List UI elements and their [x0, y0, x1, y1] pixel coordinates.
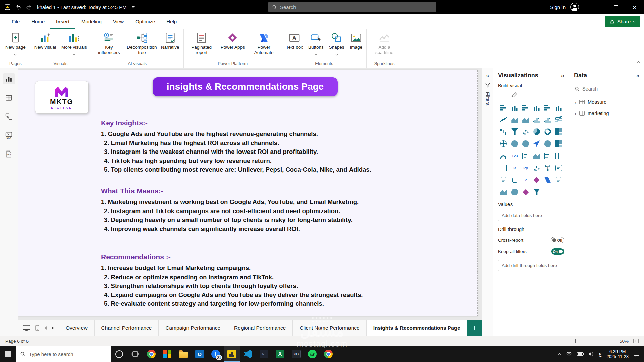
- report-view-button[interactable]: [3, 73, 15, 84]
- maximize-button[interactable]: [606, 0, 625, 14]
- new-page-tab-button[interactable]: +: [467, 320, 482, 336]
- menu-item-view[interactable]: View: [107, 14, 129, 29]
- treemap-icon[interactable]: [554, 128, 563, 136]
- terminal-button[interactable]: >_: [256, 346, 272, 362]
- fit-to-page-icon[interactable]: [633, 339, 639, 343]
- tray-expand-chevron-icon[interactable]: [559, 353, 561, 356]
- more-options-icon[interactable]: ...: [543, 188, 552, 196]
- collapse-visualizations-icon[interactable]: »: [561, 73, 564, 78]
- clock[interactable]: 6:29 PM 2025-11-28: [606, 349, 629, 359]
- vscode-button[interactable]: [240, 346, 256, 362]
- data-search[interactable]: [574, 84, 639, 94]
- clustered-column-chart-icon[interactable]: [532, 104, 541, 112]
- microsoft-app-button[interactable]: [159, 346, 175, 362]
- filters-pane-label[interactable]: Filters: [485, 92, 491, 106]
- image-button[interactable]: Image: [347, 31, 365, 51]
- page-tab-campaign-performance[interactable]: Campaign Performance: [159, 320, 227, 336]
- area-chart-icon[interactable]: [510, 116, 519, 124]
- cortana-button[interactable]: [111, 346, 127, 362]
- scatter-chart-icon[interactable]: [521, 128, 530, 136]
- expand-filters-icon[interactable]: «: [486, 73, 489, 78]
- page-tab-client-name-performance[interactable]: Client Name Performance: [293, 320, 366, 336]
- text-box-button[interactable]: AText box: [284, 31, 305, 51]
- volume-icon[interactable]: [588, 352, 594, 356]
- esri-visual-icon[interactable]: [510, 188, 519, 196]
- ribbon-chart-icon[interactable]: [554, 116, 563, 124]
- sign-in-link[interactable]: Sign in: [550, 4, 566, 10]
- zoom-out-icon[interactable]: [559, 341, 563, 341]
- zoom-in-icon[interactable]: [611, 339, 615, 343]
- table-view-button[interactable]: [3, 92, 15, 103]
- previous-page-icon[interactable]: [44, 326, 47, 330]
- new-visual-button[interactable]: New visual: [32, 31, 58, 51]
- python-visual-icon[interactable]: Py: [521, 164, 530, 172]
- page-title-banner[interactable]: insights & Recommendations Page: [153, 77, 338, 96]
- paginated-report-icon[interactable]: [499, 176, 508, 184]
- 100-stacked-column-chart-icon[interactable]: [554, 104, 563, 112]
- azure-map-icon[interactable]: [532, 140, 541, 148]
- key-influencers-button[interactable]: Key influencers: [93, 31, 125, 56]
- action-center-icon[interactable]: [634, 352, 639, 357]
- menu-item-optimize[interactable]: Optimize: [129, 14, 161, 29]
- filled-map-icon[interactable]: [510, 140, 519, 148]
- donut-chart-icon[interactable]: [543, 128, 552, 136]
- shape-map-icon[interactable]: [521, 140, 530, 148]
- page-tab-channel-performance[interactable]: Channel Performance: [95, 320, 159, 336]
- file-explorer-button[interactable]: [175, 346, 192, 362]
- mobile-view-icon[interactable]: [35, 325, 39, 331]
- power-apps-button[interactable]: Power Apps: [218, 31, 247, 51]
- pc-app-button[interactable]: PC: [288, 346, 304, 362]
- spotify-button[interactable]: [304, 346, 320, 362]
- page-tab-overview[interactable]: Overview: [59, 320, 95, 336]
- stacked-bar-chart-icon[interactable]: [499, 104, 508, 112]
- menu-item-home[interactable]: Home: [25, 14, 50, 29]
- metrics-icon[interactable]: [510, 176, 519, 184]
- drill-through-field-well[interactable]: Add drill-through fields here: [498, 260, 564, 271]
- battery-icon[interactable]: [577, 352, 583, 356]
- network-icon[interactable]: [566, 352, 572, 356]
- taskbar-search-input[interactable]: [29, 351, 107, 357]
- facebook-button[interactable]: f21: [208, 346, 224, 362]
- start-button[interactable]: [0, 346, 16, 362]
- page-tab-insights-recommendations-page[interactable]: Insights & Recommendations Page: [367, 320, 467, 336]
- smart-narrative-icon[interactable]: [554, 164, 563, 172]
- heatmap-icon[interactable]: [554, 140, 563, 148]
- waterfall-chart-icon[interactable]: [499, 128, 508, 136]
- multi-row-card-icon[interactable]: [521, 152, 530, 160]
- global-search-input[interactable]: [280, 4, 432, 10]
- share-button[interactable]: Share: [605, 16, 640, 27]
- more-visuals-button[interactable]: More visuals: [59, 31, 89, 54]
- undo-icon[interactable]: [15, 4, 21, 10]
- collapse-ribbon-icon[interactable]: [637, 59, 639, 65]
- desktop-view-icon[interactable]: [23, 325, 30, 331]
- redo-icon[interactable]: [26, 4, 32, 10]
- global-search[interactable]: [268, 2, 436, 12]
- page-tab-regional-performance[interactable]: Regional Performance: [227, 320, 293, 336]
- power-automate-visual-icon[interactable]: [543, 176, 552, 184]
- image-visual-icon[interactable]: [499, 188, 508, 196]
- scorecard-icon[interactable]: [554, 176, 563, 184]
- next-page-icon[interactable]: [52, 326, 54, 330]
- outlook-button[interactable]: O: [192, 346, 208, 362]
- kpi-diamond-icon[interactable]: [521, 188, 530, 196]
- chrome-button[interactable]: [143, 346, 159, 362]
- collapse-data-icon[interactable]: »: [636, 73, 639, 78]
- report-canvas[interactable]: MKTG DIGITAL insights & Recommendations …: [18, 68, 482, 320]
- chrome-secondary-button[interactable]: [320, 346, 336, 362]
- keep-all-filters-toggle[interactable]: On: [551, 248, 564, 255]
- menu-item-insert[interactable]: Insert: [50, 14, 75, 29]
- paginated-report-button[interactable]: Paginated report: [185, 31, 218, 56]
- values-field-well[interactable]: Add data fields here: [498, 210, 564, 221]
- power-bi-button[interactable]: [224, 346, 240, 362]
- tmdl-view-button[interactable]: TMDL: [3, 148, 15, 159]
- data-field-measure[interactable]: ›Measure: [574, 96, 639, 108]
- pie-chart-icon[interactable]: [532, 128, 541, 136]
- 100-stacked-bar-chart-icon[interactable]: [543, 104, 552, 112]
- stacked-area-chart-icon[interactable]: [521, 116, 530, 124]
- power-apps-visual-icon[interactable]: [532, 176, 541, 184]
- taskbar-search[interactable]: [16, 346, 111, 362]
- line-and-stacked-column-chart-icon[interactable]: [532, 116, 541, 124]
- dax-query-view-button[interactable]: DAX: [3, 130, 15, 140]
- narrative-button[interactable]: Narrative: [159, 31, 182, 51]
- key-influencers-icon[interactable]: [532, 164, 541, 172]
